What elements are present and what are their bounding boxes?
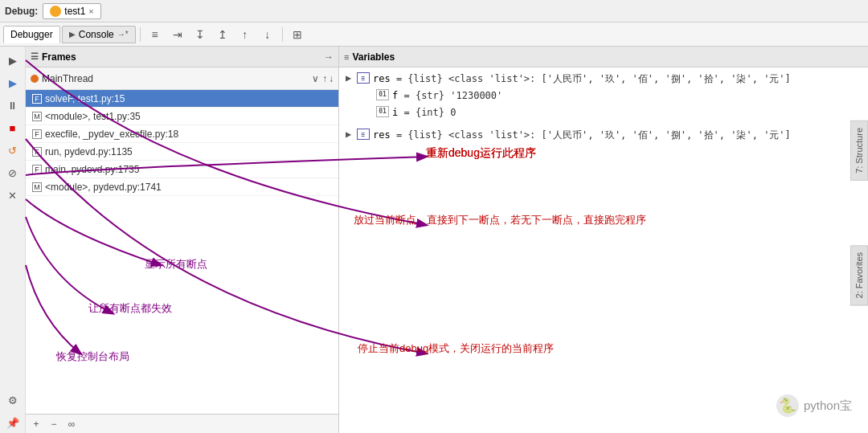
mute-breakpoints-button[interactable]: ✕ [2,185,23,206]
frame-item-label: execfile, _pydev_execfile.py:18 [45,129,178,140]
var-expand-icon[interactable]: ▶ [346,129,357,140]
resume-button[interactable]: ▶ [2,50,23,71]
frames-infinity-button[interactable]: ∞ [63,416,80,432]
frame-file-icon: M [32,112,42,121]
variable-text: res = {list} <class 'list'>: ['人民币', '玖'… [373,72,791,86]
variables-panel-title: Variables [352,51,395,63]
view-breakpoints-button[interactable]: ⊘ [2,162,23,183]
settings-button[interactable]: ⊞ [287,25,308,44]
frame-file-icon: F [32,94,42,104]
debugger-tab-label: Debugger [10,29,53,40]
frames-header-icon: ☰ [31,51,39,62]
var-expand-icon[interactable]: ▶ [346,72,357,84]
variable-row[interactable]: 01 i = {int} 0 [339,104,868,121]
content-area: ▶ ▶ ⏸ ■ ↺ ⊘ ✕ ⚙ 📌 ☰ Frames → [0,47,868,433]
tab-name: test1 [64,6,85,17]
variable-row[interactable]: ▶ ≡ res = {list} <class 'list'>: ['人民币',… [339,71,868,88]
tab-close-button[interactable]: × [88,6,93,16]
step-into-button[interactable]: ↧ [190,25,211,44]
evaluate-button[interactable]: ↓ [257,25,278,44]
console-redirect-icon: →* [117,30,129,39]
left-sidebar: ▶ ▶ ⏸ ■ ↺ ⊘ ✕ ⚙ 📌 [0,47,26,433]
frame-item[interactable]: F run, pydevd.py:1135 [26,143,338,161]
frame-item[interactable]: F solveF, test1.py:15 [26,90,338,108]
watermark-logo: 🐍 [776,394,799,417]
frames-bottom-buttons: + − ∞ [26,414,338,433]
frames-panel: ☰ Frames → MainThread ∨ ↑ ↓ [26,47,339,433]
thread-status-dot [31,75,39,83]
variable-row[interactable]: ▶ ≡ res = {list} <class 'list'>: ['人民币',… [339,127,868,144]
frame-up-arrow[interactable]: ↑ [322,73,327,84]
frames-panel-title: Frames [42,51,76,63]
variable-row[interactable]: 01 f = {str} '1230000' [339,88,868,104]
step-over-button[interactable]: ⇥ [167,25,188,44]
var-type-icon: ≡ [357,72,370,84]
frame-item[interactable]: M <module>, test1.py:35 [26,108,338,125]
console-tab-label: Console [79,29,114,40]
variables-content: ▶ ≡ res = {list} <class 'list'>: ['人民币',… [339,67,868,433]
pin-button[interactable]: 📌 [2,412,23,433]
frames-add-button[interactable]: + [27,416,45,432]
watermark: 🐍 python宝 [776,394,852,417]
panels-wrapper: ☰ Frames → MainThread ∨ ↑ ↓ [26,47,868,433]
console-arrow-icon: ▶ [69,30,76,39]
frames-panel-header: ☰ Frames → [26,47,338,67]
frame-item-label: solveF, test1.py:15 [45,93,125,104]
variables-header-icon: ≡ [344,52,349,62]
console-tab[interactable]: ▶ Console →* [62,26,136,43]
frame-item-label: run, pydevd.py:1135 [45,146,133,157]
debug-label: Debug: [5,6,38,17]
run-to-cursor-button[interactable]: ↑ [235,25,256,44]
watermark-text: python宝 [804,398,852,414]
frame-item-label: <module>, test1.py:35 [45,111,141,122]
frame-down-arrow[interactable]: ↓ [329,73,334,84]
thread-name: MainThread [42,73,309,84]
debug-toolbar: Debugger ▶ Console →* ≡ ⇥ ↧ ↥ ↑ ↓ ⊞ [0,22,868,47]
python-icon [50,6,61,17]
frame-file-icon: M [32,182,42,192]
right-labels: 7: Structure 2: Favorites [850,121,868,305]
stop-button[interactable]: ■ [2,117,23,138]
frame-nav-arrows: ↑ ↓ [322,73,334,84]
frame-file-icon: F [32,129,42,139]
frames-expand-button[interactable]: → [324,51,334,63]
variable-text: res = {list} <class 'list'>: ['人民币', '玖'… [373,129,791,142]
var-expand-icon [365,106,376,117]
frame-item[interactable]: F execfile, _pydev_execfile.py:18 [26,125,338,143]
frame-item-label: <module>, pydevd.py:1741 [45,182,162,193]
debugger-tab[interactable]: Debugger [3,26,60,43]
step-out-button[interactable]: ↥ [212,25,233,44]
frame-list: F solveF, test1.py:15 M <module>, test1.… [26,90,338,414]
frame-item-label: main, pydevd.py:1735 [45,164,139,175]
frame-item[interactable]: F main, pydevd.py:1735 [26,161,338,178]
show-frames-button[interactable]: ≡ [145,25,166,44]
toolbar-separator-1 [140,27,141,42]
variable-text: i = {int} 0 [392,106,456,120]
var-type-icon: 01 [376,106,389,117]
frames-minus-button[interactable]: − [45,416,63,432]
step-over-side-button[interactable]: ▶ [2,72,23,93]
var-type-icon: 01 [376,89,389,100]
favorites-label[interactable]: 2: Favorites [850,245,868,305]
pause-button[interactable]: ⏸ [2,95,23,116]
debug-tab[interactable]: test1 × [43,3,100,19]
top-bar: Debug: test1 × [0,0,868,22]
thread-dropdown-arrow[interactable]: ∨ [312,73,319,84]
variable-text: f = {str} '1230000' [392,89,502,103]
frame-file-icon: F [32,165,42,174]
structure-label[interactable]: 7: Structure [850,121,868,181]
var-type-icon: ≡ [357,129,370,140]
variables-panel: ≡ Variables ▶ ≡ res = {list} <class 'lis… [339,47,868,433]
toolbar-separator-2 [282,27,283,42]
frame-file-icon: F [32,147,42,157]
variables-panel-header: ≡ Variables [339,47,868,67]
frame-item[interactable]: M <module>, pydevd.py:1741 [26,178,338,196]
var-expand-icon [365,89,376,100]
rerun-button[interactable]: ↺ [2,140,23,161]
thread-row[interactable]: MainThread ∨ ↑ ↓ [26,67,338,90]
settings-side-button[interactable]: ⚙ [2,390,23,411]
